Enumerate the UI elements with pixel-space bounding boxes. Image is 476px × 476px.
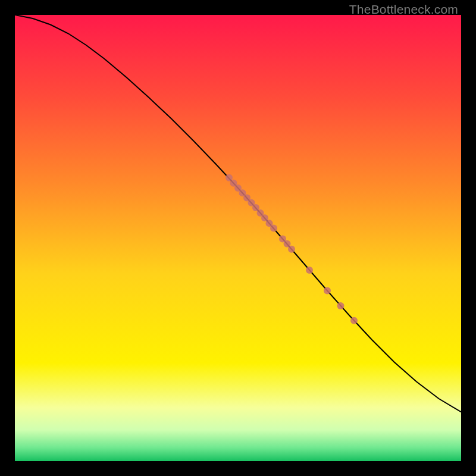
- data-point: [337, 302, 345, 309]
- chart-canvas: [15, 15, 461, 461]
- data-point: [324, 287, 331, 295]
- data-point: [350, 317, 358, 324]
- data-point: [270, 225, 277, 232]
- chart-frame: [15, 15, 461, 461]
- data-point: [306, 267, 313, 274]
- gradient-background: [15, 15, 461, 461]
- data-point: [288, 246, 295, 253]
